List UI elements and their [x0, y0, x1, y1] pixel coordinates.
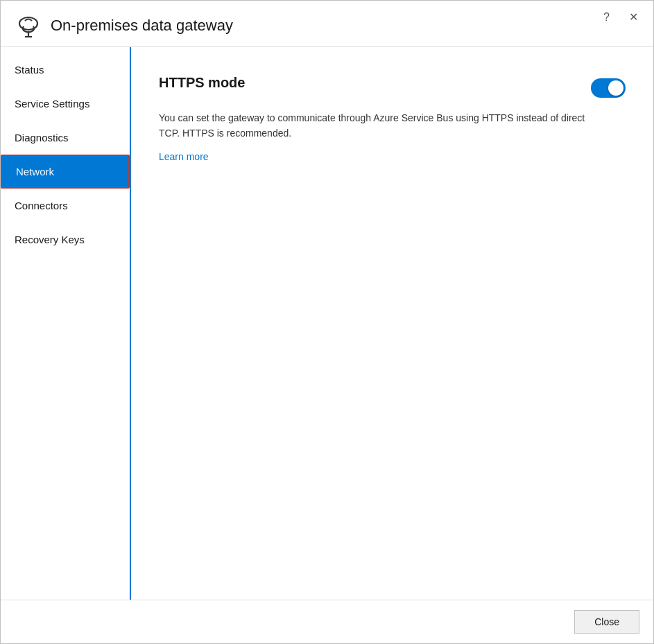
help-button[interactable]: ?: [599, 9, 614, 26]
sidebar-item-recovery-keys[interactable]: Recovery Keys: [1, 223, 130, 256]
sidebar-item-network[interactable]: Network: [1, 155, 130, 189]
sidebar-item-connectors[interactable]: Connectors: [1, 189, 130, 223]
main-area: Status Service Settings Diagnostics Netw…: [1, 47, 653, 600]
sidebar-item-diagnostics[interactable]: Diagnostics: [1, 121, 130, 155]
window-actions: ? ✕: [599, 9, 642, 26]
learn-more-link[interactable]: Learn more: [159, 151, 626, 162]
close-button[interactable]: Close: [574, 610, 639, 634]
title-bar: On-premises data gateway ? ✕: [1, 1, 653, 47]
window-close-button[interactable]: ✕: [625, 9, 642, 26]
content-area: HTTPS mode You can set the gateway to co…: [131, 47, 653, 600]
https-mode-row: HTTPS mode: [159, 75, 626, 101]
app-title: On-premises data gateway: [51, 17, 233, 35]
sidebar-item-status[interactable]: Status: [1, 53, 130, 87]
main-window: On-premises data gateway ? ✕ Status Serv…: [0, 0, 654, 644]
app-icon: [15, 12, 42, 40]
toggle-knob: [608, 80, 623, 96]
https-mode-toggle[interactable]: [591, 78, 626, 98]
sidebar-item-service-settings[interactable]: Service Settings: [1, 87, 130, 121]
sidebar: Status Service Settings Diagnostics Netw…: [1, 47, 131, 600]
section-title: HTTPS mode: [159, 75, 245, 91]
section-description: You can set the gateway to communicate t…: [159, 110, 603, 141]
footer: Close: [1, 600, 653, 643]
